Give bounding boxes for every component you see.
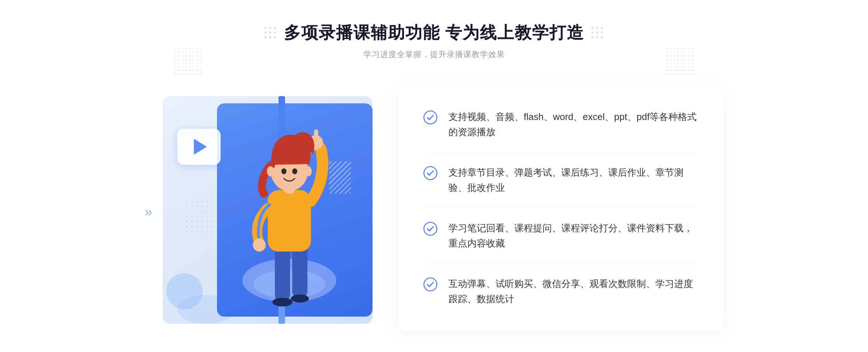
main-content: » — [145, 78, 723, 338]
title-dot-grid-left — [264, 27, 277, 39]
svg-point-19 — [424, 278, 437, 291]
svg-rect-2 — [275, 244, 290, 302]
svg-point-13 — [292, 168, 297, 174]
feature-text-2: 支持章节目录、弹题考试、课后练习、课后作业、章节测验、批改作业 — [448, 165, 698, 195]
svg-point-15 — [305, 166, 312, 176]
play-bubble — [177, 129, 221, 165]
page-title: 多项录播课辅助功能 专为线上教学打造 — [284, 22, 584, 44]
svg-point-18 — [424, 222, 437, 235]
svg-point-14 — [267, 166, 274, 176]
feature-item-1: 支持视频、音频、flash、word、excel、ppt、pdf等各种格式的资源… — [423, 110, 698, 139]
divider-1 — [423, 153, 698, 153]
stripe-deco — [329, 161, 351, 194]
check-icon-1 — [423, 110, 438, 125]
play-icon — [194, 139, 207, 155]
feature-text-1: 支持视频、音频、flash、word、excel、ppt、pdf等各种格式的资源… — [448, 110, 698, 139]
feature-item-2: 支持章节目录、弹题考试、课后练习、课后作业、章节测验、批改作业 — [423, 165, 698, 195]
svg-point-4 — [272, 298, 293, 306]
page-container: 多项录播课辅助功能 专为线上教学打造 学习进度全掌握，提升录播课教学效果 » — [0, 0, 868, 352]
header-section: 多项录播课辅助功能 专为线上教学打造 学习进度全掌握，提升录播课教学效果 — [264, 22, 604, 60]
title-dot-grid-right — [591, 27, 604, 39]
check-icon-3 — [423, 222, 438, 236]
title-row: 多项录播课辅助功能 专为线上教学打造 — [264, 22, 604, 44]
feature-item-4: 互动弹幕、试听购买、微信分享、观看次数限制、学习进度跟踪、数据统计 — [423, 276, 698, 306]
svg-rect-3 — [292, 244, 307, 299]
svg-rect-6 — [268, 190, 311, 252]
person-figure — [228, 107, 351, 324]
check-icon-4 — [423, 277, 438, 292]
dot-pattern-left — [174, 47, 203, 76]
svg-point-12 — [281, 168, 286, 174]
page-subtitle: 学习进度全掌握，提升录播课教学效果 — [264, 49, 604, 60]
feature-text-3: 学习笔记回看、课程提问、课程评论打分、课件资料下载，重点内容收藏 — [448, 221, 698, 251]
svg-point-9 — [253, 239, 266, 252]
svg-point-5 — [291, 295, 309, 302]
svg-point-16 — [424, 111, 437, 124]
dot-pattern-right — [665, 47, 694, 76]
svg-point-17 — [424, 167, 437, 180]
check-icon-2 — [423, 166, 438, 180]
svg-rect-8 — [314, 129, 318, 143]
divider-2 — [423, 208, 698, 208]
divider-3 — [423, 263, 698, 264]
features-panel: 支持视频、音频、flash、word、excel、ppt、pdf等各种格式的资源… — [398, 85, 723, 331]
feature-text-4: 互动弹幕、试听购买、微信分享、观看次数限制、学习进度跟踪、数据统计 — [448, 276, 698, 306]
chevron-left-icon: » — [145, 204, 152, 220]
feature-item-3: 学习笔记回看、课程提问、课程评论打分、课件资料下载，重点内容收藏 — [423, 221, 698, 251]
illustration-area: » — [145, 85, 391, 338]
